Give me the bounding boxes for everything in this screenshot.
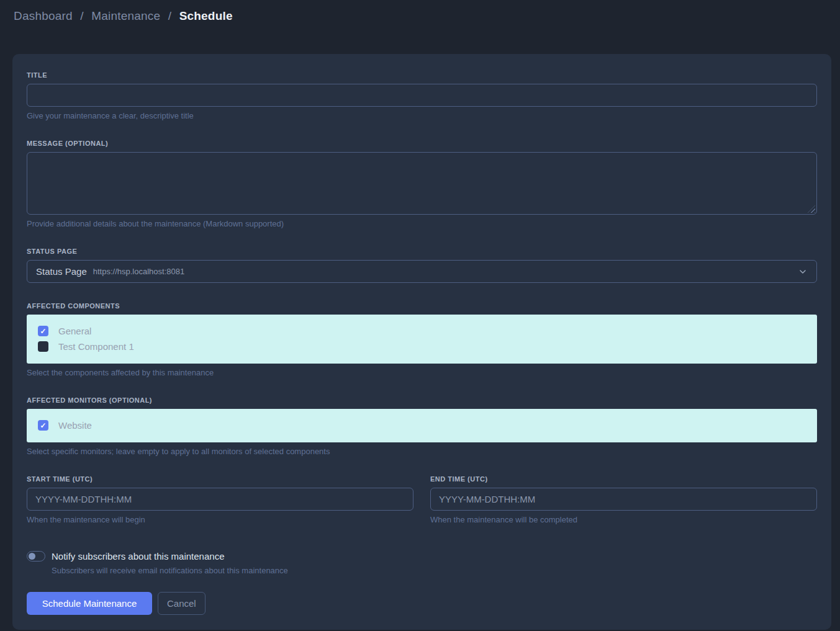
breadcrumb-separator: /	[168, 9, 171, 22]
notify-subscribers-section: Notify subscribers about this maintenanc…	[27, 551, 817, 575]
breadcrumb: Dashboard / Maintenance / Schedule	[14, 8, 840, 24]
message-textarea-wrap	[27, 152, 817, 215]
breadcrumb-dashboard[interactable]: Dashboard	[14, 9, 73, 22]
check-icon: ✓	[40, 422, 46, 429]
affected-components-panel: ✓ General ✓ Test Component 1	[27, 315, 817, 364]
checkbox-general[interactable]: ✓	[38, 326, 48, 336]
status-page-select[interactable]: Status Page https://hsp.localhost:8081	[27, 260, 817, 283]
affected-components-label: AFFECTED COMPONENTS	[27, 302, 817, 310]
start-time-field-group: START TIME (UTC) When the maintenance wi…	[27, 475, 413, 524]
schedule-maintenance-form-card: TITLE Give your maintenance a clear, des…	[12, 54, 831, 630]
start-time-label: START TIME (UTC)	[27, 475, 413, 483]
notify-toggle-row: Notify subscribers about this maintenanc…	[27, 551, 817, 562]
title-field-group: TITLE Give your maintenance a clear, des…	[27, 71, 817, 120]
affected-components-helper: Select the components affected by this m…	[27, 368, 817, 377]
time-fields-row: START TIME (UTC) When the maintenance wi…	[27, 475, 817, 524]
status-page-label: STATUS PAGE	[27, 248, 817, 255]
message-textarea[interactable]	[27, 152, 817, 215]
message-helper: Provide additional details about the mai…	[27, 219, 817, 228]
breadcrumb-separator: /	[80, 9, 83, 22]
start-time-helper: When the maintenance will begin	[27, 515, 413, 524]
title-input[interactable]	[27, 84, 817, 107]
affected-monitors-helper: Select specific monitors; leave empty to…	[27, 447, 817, 456]
chevron-down-icon	[798, 267, 808, 277]
schedule-maintenance-button[interactable]: Schedule Maintenance	[27, 592, 152, 615]
component-option-label: Test Component 1	[58, 341, 134, 352]
notify-subscribers-helper: Subscribers will receive email notificat…	[52, 566, 817, 575]
title-label: TITLE	[27, 71, 817, 79]
status-page-field-group: STATUS PAGE Status Page https://hsp.loca…	[27, 248, 817, 283]
breadcrumb-maintenance[interactable]: Maintenance	[91, 9, 160, 22]
message-field-group: MESSAGE (OPTIONAL) Provide additional de…	[27, 140, 817, 228]
affected-components-field-group: AFFECTED COMPONENTS ✓ General ✓ Test Com…	[27, 302, 817, 377]
message-label: MESSAGE (OPTIONAL)	[27, 140, 817, 147]
end-time-field-group: END TIME (UTC) When the maintenance will…	[430, 475, 817, 524]
form-actions: Schedule Maintenance Cancel	[27, 592, 817, 615]
top-bar: Dashboard / Maintenance / Schedule	[0, 0, 840, 31]
checkbox-test-component-1[interactable]: ✓	[38, 341, 48, 352]
notify-subscribers-toggle[interactable]	[27, 551, 45, 562]
cancel-button[interactable]: Cancel	[158, 592, 205, 615]
check-icon: ✓	[40, 328, 46, 335]
title-helper: Give your maintenance a clear, descripti…	[27, 111, 817, 120]
start-time-input[interactable]	[27, 488, 413, 511]
checkbox-website[interactable]: ✓	[38, 420, 48, 431]
component-option-test-component-1[interactable]: ✓ Test Component 1	[38, 341, 806, 352]
toggle-knob	[29, 553, 35, 560]
notify-subscribers-label: Notify subscribers about this maintenanc…	[52, 551, 224, 562]
status-page-selected-name: Status Page	[36, 266, 87, 277]
component-option-label: General	[58, 326, 91, 336]
monitor-option-website[interactable]: ✓ Website	[38, 420, 806, 431]
monitor-option-label: Website	[58, 420, 92, 431]
affected-monitors-field-group: AFFECTED MONITORS (OPTIONAL) ✓ Website S…	[27, 396, 817, 456]
affected-monitors-panel: ✓ Website	[27, 409, 817, 442]
breadcrumb-current-schedule: Schedule	[179, 9, 233, 22]
component-option-general[interactable]: ✓ General	[38, 326, 806, 336]
affected-monitors-label: AFFECTED MONITORS (OPTIONAL)	[27, 396, 817, 404]
status-page-selected-url: https://hsp.localhost:8081	[93, 267, 184, 276]
end-time-input[interactable]	[430, 488, 817, 511]
end-time-label: END TIME (UTC)	[430, 475, 817, 483]
end-time-helper: When the maintenance will be completed	[430, 515, 817, 524]
